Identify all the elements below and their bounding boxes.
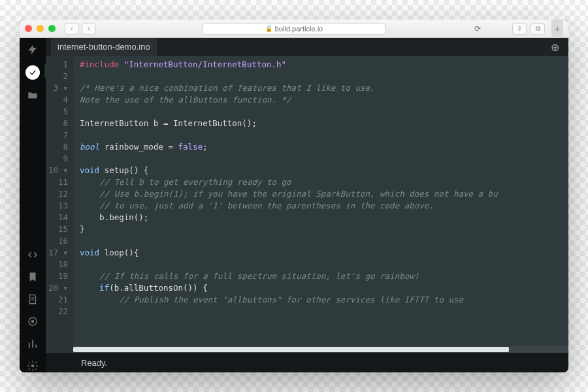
line-number: 12 <box>46 188 68 200</box>
code-line: Note the use of the allButtons function.… <box>80 94 562 106</box>
address-bar[interactable]: 🔒 build.particle.io <box>203 23 385 35</box>
line-gutter: 1 23 ▾ 4 5 6 7 8 910 ▾ 11 12 13 14 15 16… <box>46 56 73 353</box>
line-number: 11 <box>46 176 68 188</box>
sidebar: Verify <box>20 38 46 372</box>
zoom-icon[interactable] <box>48 25 56 32</box>
tab-bar: internet-button-demo.ino ⊕ <box>46 38 568 56</box>
code-line <box>80 153 562 165</box>
add-tab-icon[interactable]: ⊕ <box>547 41 563 54</box>
code-area[interactable]: #include "InternetButton/InternetButton.… <box>73 56 568 353</box>
line-number: 16 <box>46 235 68 247</box>
docs-icon[interactable] <box>26 293 39 306</box>
back-button[interactable]: ‹ <box>65 23 79 35</box>
target-icon[interactable] <box>26 315 39 328</box>
status-text: Ready. <box>81 358 107 368</box>
browser-titlebar: ‹ › 🔒 build.particle.io ⟳ ⇪ ⧉ + <box>20 20 568 38</box>
window-controls <box>25 25 56 32</box>
line-number: 21 <box>46 294 68 306</box>
nav-buttons: ‹ › <box>65 23 96 35</box>
line-number: 14 <box>46 212 68 223</box>
chart-icon[interactable] <box>26 337 39 350</box>
close-icon[interactable] <box>25 25 32 32</box>
folder-icon[interactable] <box>26 89 39 102</box>
tab-active[interactable]: internet-button-demo.ino <box>51 38 157 56</box>
code-line <box>80 235 562 247</box>
line-number: 5 <box>46 106 68 118</box>
bookmark-icon[interactable] <box>26 270 39 284</box>
code-line: InternetButton b = InternetButton(); <box>80 118 562 129</box>
new-tab-button[interactable]: + <box>551 20 563 38</box>
line-number: 4 <box>46 94 68 106</box>
url-text: build.particle.io <box>275 25 323 33</box>
line-number: 6 <box>46 118 68 129</box>
code-line: // to use, just add a '1' between the pa… <box>80 200 562 212</box>
code-line: } <box>80 223 562 235</box>
forward-button[interactable]: › <box>82 23 96 35</box>
line-number: 9 <box>46 153 68 165</box>
line-number: 3 ▾ <box>46 82 68 94</box>
ide-body: Verify internet-button-demo.ino ⊕ 1 23 ▾… <box>20 38 568 372</box>
code-line <box>80 129 562 141</box>
line-number: 20 ▾ <box>46 282 68 294</box>
line-number: 7 <box>46 129 68 141</box>
code-line: // Use b.begin(1); if you have the origi… <box>80 188 562 200</box>
line-number: 22 <box>46 306 68 318</box>
code-line <box>80 259 562 270</box>
code-line: b.begin(); <box>80 212 562 223</box>
code-line: // If this calls for a full spectrum sit… <box>80 270 562 282</box>
line-number: 1 <box>46 59 68 71</box>
line-number: 15 <box>46 223 68 235</box>
code-line <box>80 306 562 318</box>
reload-icon[interactable]: ⟳ <box>472 23 483 35</box>
code-line: void loop(){ <box>80 247 562 259</box>
code-line: // Tell b to get everything ready to go <box>80 176 562 188</box>
code-line: void setup() { <box>80 165 562 176</box>
code-line <box>80 106 562 118</box>
code-line <box>80 71 562 82</box>
settings-icon[interactable] <box>26 359 39 372</box>
browser-window: ‹ › 🔒 build.particle.io ⟳ ⇪ ⧉ + <box>20 20 568 372</box>
line-number: 8 <box>46 141 68 153</box>
code-icon[interactable] <box>26 248 39 261</box>
tabs-button[interactable]: ⧉ <box>531 23 545 35</box>
code-line: // Publish the event "allbuttons" for ot… <box>80 294 562 306</box>
toolbar-right: ⇪ ⧉ + <box>512 20 563 38</box>
flash-icon[interactable] <box>26 43 39 56</box>
line-number: 10 ▾ <box>46 165 68 176</box>
lock-icon: 🔒 <box>265 25 272 32</box>
line-number: 2 <box>46 71 68 82</box>
status-bar: Ready. <box>46 353 568 372</box>
verify-icon[interactable] <box>25 65 40 80</box>
minimize-icon[interactable] <box>37 25 44 32</box>
code-line: bool rainbow_mode = false; <box>80 141 562 153</box>
svg-point-2 <box>31 365 35 368</box>
code-editor[interactable]: 1 23 ▾ 4 5 6 7 8 910 ▾ 11 12 13 14 15 16… <box>46 56 568 353</box>
code-line: /* Here's a nice combination of features… <box>80 82 562 94</box>
code-line: if(b.allButtonsOn()) { <box>80 282 562 294</box>
share-button[interactable]: ⇪ <box>512 23 527 35</box>
horizontal-scrollbar[interactable] <box>73 346 568 353</box>
code-line: #include "InternetButton/InternetButton.… <box>80 59 562 71</box>
svg-point-1 <box>31 320 35 323</box>
line-number: 19 <box>46 270 68 282</box>
editor-main: internet-button-demo.ino ⊕ 1 23 ▾ 4 5 6 … <box>46 38 568 372</box>
scrollbar-thumb[interactable] <box>73 347 509 352</box>
line-number: 13 <box>46 200 68 212</box>
line-number: 17 ▾ <box>46 247 68 259</box>
line-number: 18 <box>46 259 68 270</box>
